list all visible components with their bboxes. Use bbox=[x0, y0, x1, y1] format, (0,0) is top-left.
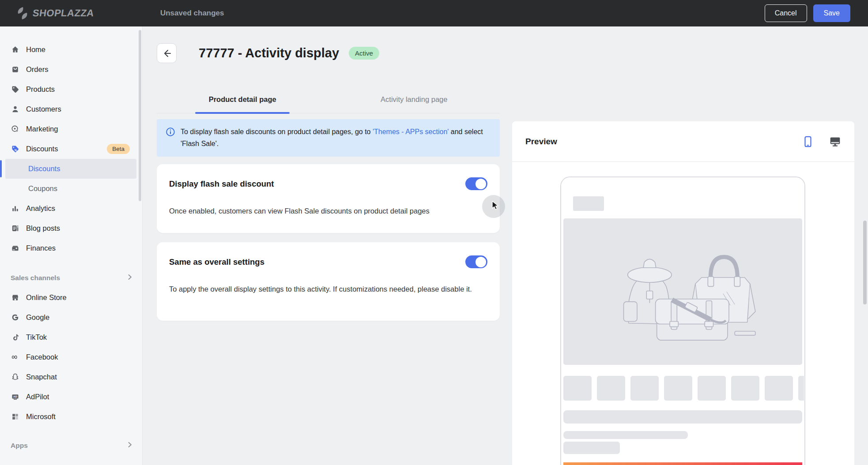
finances-icon bbox=[11, 244, 19, 253]
card-description: To apply the overall display settings to… bbox=[169, 283, 478, 295]
sidebar-item-marketing[interactable]: Marketing bbox=[0, 119, 142, 139]
preview-header: Preview bbox=[512, 121, 854, 162]
topbar: SHOPLAZZA Unsaved changes Cancel Save bbox=[0, 0, 868, 26]
sidebar-item-label: Discounts bbox=[26, 145, 58, 153]
sidebar-item-analytics[interactable]: Analytics bbox=[0, 199, 142, 218]
display-flash-sale-toggle[interactable] bbox=[465, 177, 487, 190]
tab-product-detail-page[interactable]: Product detail page bbox=[157, 86, 328, 113]
snapchat-icon bbox=[11, 373, 19, 382]
sidebar-item-label: Home bbox=[26, 45, 45, 54]
sidebar-item-home[interactable]: Home bbox=[0, 40, 142, 60]
sidebar-item-label: TikTok bbox=[26, 333, 47, 341]
tiktok-icon bbox=[11, 333, 19, 342]
card-description: Once enabled, customers can view Flash S… bbox=[169, 205, 478, 217]
preview-hero-placeholder bbox=[563, 218, 802, 365]
sidebar-item-online-store[interactable]: Online Store bbox=[0, 288, 142, 308]
home-icon bbox=[11, 45, 19, 54]
page-header: 77777 - Activity display Active bbox=[157, 43, 379, 63]
banner-text-before: To display flash sale discounts on produ… bbox=[181, 128, 373, 135]
logo-text: SHOPLAZZA bbox=[32, 8, 95, 19]
sidebar-item-tiktok[interactable]: TikTok bbox=[0, 327, 142, 347]
sidebar-section-label: Apps bbox=[11, 442, 28, 450]
main-content: 77777 - Activity display Active Product … bbox=[143, 26, 868, 465]
tab-activity-landing-page[interactable]: Activity landing page bbox=[328, 86, 500, 113]
text-line-placeholder bbox=[563, 410, 802, 424]
orders-icon bbox=[11, 65, 19, 74]
sidebar-item-microsoft[interactable]: Microsoft bbox=[0, 407, 142, 427]
banner-text: To display flash sale discounts on produ… bbox=[181, 126, 491, 150]
sidebar-item-adpilot[interactable]: ADAdPilot bbox=[0, 387, 142, 407]
thumbnail-placeholder bbox=[563, 376, 592, 401]
text-line-placeholder bbox=[563, 431, 688, 439]
page-scrollbar[interactable] bbox=[863, 221, 867, 304]
desktop-icon[interactable] bbox=[829, 136, 841, 147]
sidebar-item-label: Analytics bbox=[26, 204, 55, 213]
shoplazza-logo-icon bbox=[17, 7, 28, 20]
facebook-icon bbox=[11, 353, 19, 362]
thumbnail-placeholder bbox=[597, 376, 625, 401]
sidebar-item-label: Finances bbox=[26, 244, 56, 252]
display-flash-sale-card: Display flash sale discount Once enabled… bbox=[157, 164, 500, 233]
card-title: Display flash sale discount bbox=[169, 179, 274, 189]
chevron-right-icon bbox=[126, 441, 133, 450]
card-title: Same as overall settings bbox=[169, 257, 264, 267]
selected-highlight bbox=[5, 159, 136, 179]
discounts-icon bbox=[11, 145, 19, 154]
same-as-overall-toggle[interactable] bbox=[465, 255, 487, 268]
shoplazza-logo: SHOPLAZZA bbox=[17, 7, 94, 20]
save-button[interactable]: Save bbox=[813, 4, 850, 22]
cancel-button[interactable]: Cancel bbox=[765, 4, 807, 22]
info-banner: To display flash sale discounts on produ… bbox=[157, 119, 500, 157]
thumbnail-placeholder bbox=[630, 376, 659, 401]
sidebar-item-finances[interactable]: Finances bbox=[0, 238, 142, 258]
sidebar-section-label: Sales channels bbox=[11, 274, 60, 282]
sidebar: HomeOrdersProductsCustomersMarketingDisc… bbox=[0, 26, 143, 465]
toggle-knob bbox=[476, 257, 486, 267]
sidebar-section-sales-channels[interactable]: Sales channels bbox=[0, 268, 142, 288]
mobile-icon[interactable] bbox=[803, 136, 813, 147]
sidebar-item-label: Blog posts bbox=[26, 224, 60, 232]
sidebar-item-blog-posts[interactable]: Blog posts bbox=[0, 218, 142, 238]
sidebar-subitem-label: Coupons bbox=[28, 184, 57, 193]
google-icon bbox=[11, 313, 19, 322]
marketing-icon bbox=[11, 125, 19, 134]
flash-sale-bar-placeholder bbox=[563, 462, 802, 465]
preview-logo-placeholder bbox=[573, 196, 604, 211]
sidebar-section-apps[interactable]: Apps bbox=[0, 435, 142, 455]
sidebar-item-label: Online Store bbox=[26, 293, 67, 302]
unsaved-changes-status: Unsaved changes bbox=[160, 9, 224, 18]
page-title: 77777 - Activity display bbox=[199, 46, 339, 60]
sidebar-item-snapchat[interactable]: Snapchat bbox=[0, 367, 142, 387]
info-icon bbox=[166, 127, 175, 137]
thumbnail-placeholder bbox=[664, 376, 692, 401]
preview-panel: Preview bbox=[512, 121, 854, 465]
sidebar-subitem-coupons[interactable]: Coupons bbox=[0, 179, 142, 199]
svg-text:AD: AD bbox=[13, 395, 17, 398]
preview-title: Preview bbox=[525, 137, 557, 146]
sidebar-item-label: Google bbox=[26, 313, 49, 322]
same-as-overall-settings-card: Same as overall settings To apply the ov… bbox=[157, 242, 500, 321]
sidebar-item-label: Orders bbox=[26, 65, 48, 74]
beta-badge: Beta bbox=[107, 144, 130, 154]
thumbnail-placeholder bbox=[798, 376, 804, 401]
sidebar-subitem-discounts[interactable]: Discounts bbox=[0, 159, 142, 179]
sidebar-subitem-label: Discounts bbox=[28, 165, 60, 173]
arrow-left-icon bbox=[162, 49, 172, 58]
text-line-placeholder bbox=[563, 442, 620, 454]
sidebar-item-facebook[interactable]: Facebook bbox=[0, 347, 142, 367]
status-badge: Active bbox=[349, 47, 379, 60]
sidebar-item-products[interactable]: Products bbox=[0, 79, 142, 99]
sidebar-item-discounts[interactable]: DiscountsBeta bbox=[0, 139, 142, 159]
bags-illustration bbox=[607, 233, 759, 350]
blog-icon bbox=[11, 224, 19, 233]
sidebar-item-google[interactable]: Google bbox=[0, 308, 142, 327]
topbar-actions: Cancel Save bbox=[765, 4, 850, 22]
sidebar-item-customers[interactable]: Customers bbox=[0, 99, 142, 119]
sidebar-item-label: Microsoft bbox=[26, 412, 56, 421]
sidebar-item-label: Customers bbox=[26, 105, 61, 113]
themes-apps-section-link[interactable]: 'Themes - APPs section' bbox=[373, 128, 449, 135]
chevron-right-icon bbox=[126, 274, 133, 282]
online-store-icon bbox=[11, 293, 19, 302]
back-button[interactable] bbox=[157, 43, 177, 63]
sidebar-item-orders[interactable]: Orders bbox=[0, 60, 142, 79]
